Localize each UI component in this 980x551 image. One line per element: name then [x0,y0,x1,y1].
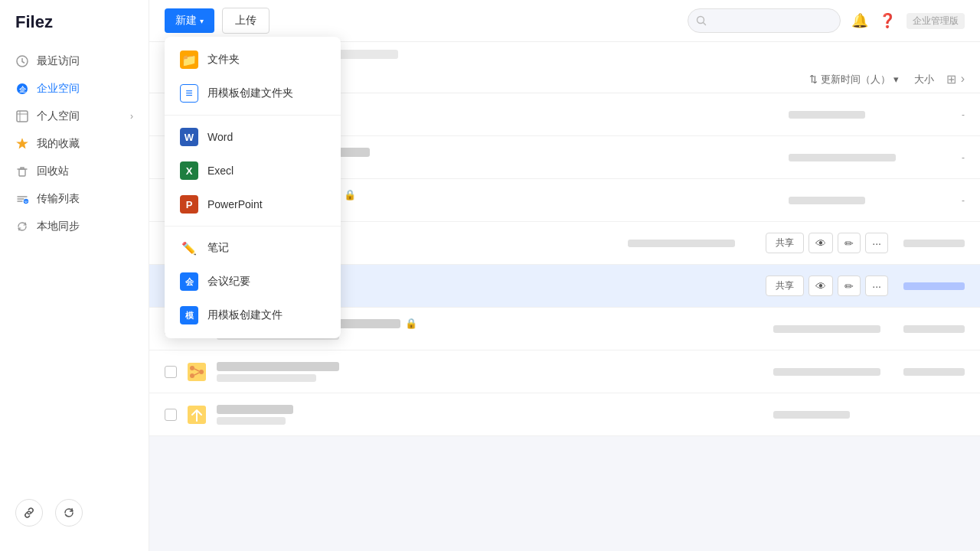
refresh-button[interactable] [55,499,83,527]
transfer-icon [15,192,29,206]
lock-icon-6: 🔒 [405,318,417,329]
sidebar-item-favorites[interactable]: 我的收藏 [0,130,149,158]
caret-down-icon: ▾ [200,17,204,25]
menu-item-meeting[interactable]: 会 会议纪要 [165,265,341,298]
trash-icon [15,165,29,178]
file-date-bar-4 [628,240,735,247]
upload-button-label: 上传 [235,14,256,26]
notification-icon[interactable]: 🔔 [851,12,868,29]
file-name-bar-8 [217,405,293,414]
menu-item-note-label: 笔记 [207,241,229,255]
edit-button-5[interactable]: ✏ [838,276,861,296]
svg-point-16 [190,366,194,370]
file-date-bar-3 [789,197,865,204]
file-meta-7 [217,374,316,382]
meeting-icon: 会 [180,272,198,291]
sidebar-item-transfer[interactable]: 传输列表 [0,185,149,213]
menu-item-excel[interactable]: X Execl [165,154,341,187]
help-icon[interactable]: ❓ [879,12,896,29]
file-info-7 [217,362,766,382]
enterprise-icon: 企 [15,82,29,96]
share-button-5[interactable]: 共享 [766,276,804,296]
menu-item-folder[interactable]: 📁 文件夹 [165,43,341,77]
link-button[interactable] [15,499,43,527]
file-date-bar-6 [773,325,880,333]
share-button-4[interactable]: 共享 [766,233,804,253]
chevron-right-icon: › [130,111,133,122]
svg-point-17 [190,373,194,378]
size-label: 大小 [914,73,934,86]
edit-button-4[interactable]: ✏ [838,233,861,253]
sort-label: 更新时间（人） [821,73,890,86]
grid-view-icon[interactable]: ⊞ [946,72,956,86]
word-icon: W [180,128,198,146]
file-info-8 [217,405,766,425]
menu-item-template-file-label: 用模板创建文件 [207,308,283,322]
excel-icon: X [180,161,198,180]
sort-caret-icon: ▾ [893,73,899,85]
toolbar: 新建 ▾ 上传 🔔 ❓ 企业管理版 📁 文件夹 ≡ [149,0,980,42]
more-date-bar-7 [903,368,965,376]
file-date-7 [773,368,896,376]
file-icon-7 [185,360,209,384]
sidebar: Filez 最近访问 企 企业空间 个人空间 › [0,0,149,551]
main-content: 新建 ▾ 上传 🔔 ❓ 企业管理版 📁 文件夹 ≡ [149,0,980,551]
checkbox-8[interactable] [165,409,177,421]
view-button-5[interactable]: 👁 [808,276,833,296]
new-button-label: 新建 [175,14,197,28]
menu-item-note[interactable]: ✏️ 笔记 [165,231,341,265]
folder-icon: 📁 [180,51,198,69]
svg-point-15 [199,370,204,374]
more-button-4[interactable]: ··· [865,233,888,253]
file-size-2: - [919,152,965,163]
checkbox-7[interactable] [165,366,177,378]
sidebar-bottom [0,487,149,539]
new-button[interactable]: 新建 ▾ [165,8,214,33]
sidebar-item-sync[interactable]: 本地同步 [0,213,149,240]
menu-item-word[interactable]: W Word [165,120,341,154]
sidebar-item-enterprise[interactable]: 企 企业空间 [0,75,149,103]
menu-divider-2 [165,226,341,227]
file-name-bar-7 [217,362,339,371]
file-size-3: - [919,195,965,206]
more-date-bar-6 [903,325,965,333]
file-date-3 [789,197,911,204]
file-date-bar-1 [789,111,865,119]
sort-icon: ⇅ [809,73,818,85]
menu-item-word-label: Word [207,131,233,143]
sidebar-item-personal[interactable]: 个人空间 › [0,103,149,130]
menu-item-template-file[interactable]: 模 用模板创建文件 [165,298,341,332]
sidebar-item-recent[interactable]: 最近访问 [0,47,149,75]
file-date-6 [773,325,896,333]
menu-item-excel-label: Execl [207,165,234,177]
more-button-5[interactable]: ··· [865,276,888,296]
file-meta-8 [217,417,286,425]
app-logo: Filez [0,12,149,47]
sidebar-item-trash[interactable]: 回收站 [0,158,149,185]
menu-item-template-folder[interactable]: ≡ 用模板创建文件夹 [165,77,341,110]
search-icon [696,15,707,26]
sync-icon [15,220,29,233]
file-icon-8 [185,403,209,427]
upload-button[interactable]: 上传 [222,8,270,34]
file-date-8 [773,411,896,419]
search-box[interactable] [688,8,841,33]
sidebar-item-enterprise-label: 企业空间 [37,82,80,96]
file-date-2 [789,154,911,161]
file-actions-5: 共享 👁 ✏ ··· [766,276,888,296]
breadcrumb-item-4[interactable] [337,50,398,59]
menu-item-ppt[interactable]: P PowerPoint [165,187,341,221]
lock-icon-3: 🔒 [344,189,356,201]
file-row [149,350,980,393]
menu-item-template-folder-label: 用模板创建文件夹 [207,86,293,100]
view-button-4[interactable]: 👁 [808,233,833,253]
more-date-bar-4 [903,240,965,247]
menu-item-folder-label: 文件夹 [207,53,240,67]
sidebar-item-recent-label: 最近访问 [37,54,80,68]
file-actions-4: 共享 👁 ✏ ··· [766,233,888,253]
sort-button[interactable]: ⇅ 更新时间（人） ▾ [809,73,899,86]
enterprise-badge: 企业管理版 [906,13,965,29]
expand-icon[interactable]: › [961,72,965,86]
file-date-4 [628,240,750,247]
view-icons: ⊞ › [946,72,965,86]
